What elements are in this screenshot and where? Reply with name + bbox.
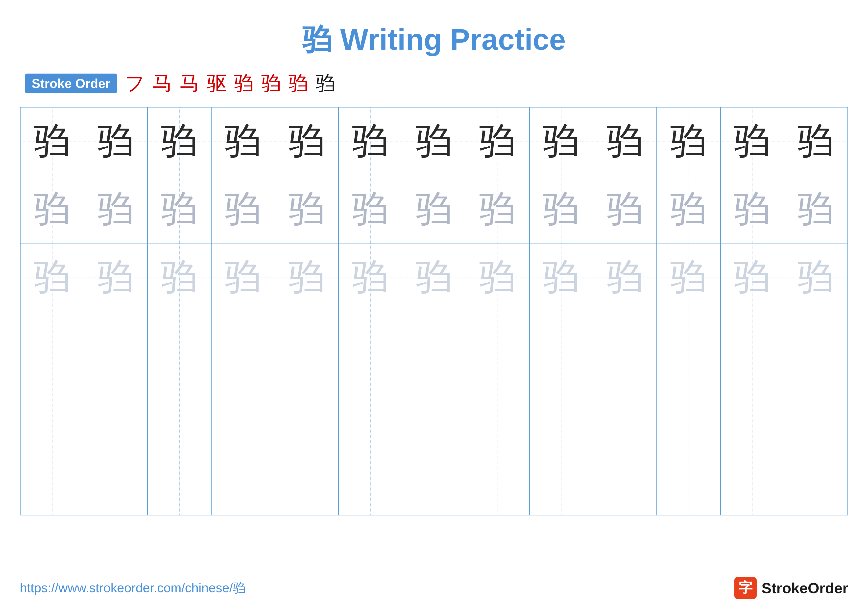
grid-cell[interactable]: [784, 311, 848, 379]
grid-cell[interactable]: [657, 311, 720, 379]
grid-cell[interactable]: [466, 379, 530, 447]
grid-cell[interactable]: 驺: [147, 243, 211, 311]
grid-cell[interactable]: 驺: [84, 107, 147, 175]
grid-cell[interactable]: [84, 379, 147, 447]
grid-cell[interactable]: [530, 311, 593, 379]
grid-cell[interactable]: [721, 447, 784, 515]
grid-cell[interactable]: [784, 447, 848, 515]
grid-cell[interactable]: [466, 447, 530, 515]
grid-cell[interactable]: [721, 379, 784, 447]
grid-cell[interactable]: 驺: [657, 243, 720, 311]
grid-cell[interactable]: 驺: [147, 175, 211, 243]
brand-icon: 字: [735, 577, 756, 599]
grid-cell[interactable]: 驺: [784, 243, 848, 311]
grid-cell[interactable]: [147, 447, 211, 515]
grid-cell[interactable]: 驺: [593, 107, 657, 175]
grid-cell[interactable]: [20, 447, 84, 515]
cell-character: 驺: [543, 117, 580, 166]
grid-cell[interactable]: [657, 447, 720, 515]
grid-cell[interactable]: 驺: [275, 175, 338, 243]
grid-cell[interactable]: 驺: [530, 243, 593, 311]
cell-character: 驺: [98, 184, 134, 234]
grid-cell[interactable]: [402, 379, 466, 447]
cell-character: 驺: [288, 252, 325, 302]
grid-cell[interactable]: 驺: [530, 175, 593, 243]
cell-character: 驺: [797, 184, 834, 234]
grid-cell[interactable]: [402, 447, 466, 515]
grid-cell[interactable]: [593, 311, 657, 379]
grid-cell[interactable]: 驺: [784, 175, 848, 243]
cell-character: 驺: [161, 117, 198, 166]
grid-cell[interactable]: 驺: [593, 175, 657, 243]
grid-cell[interactable]: [784, 379, 848, 447]
grid-cell[interactable]: 驺: [784, 107, 848, 175]
grid-cell[interactable]: [593, 447, 657, 515]
cell-character: 驺: [734, 117, 770, 166]
cell-character: 驺: [607, 184, 643, 234]
grid-cell[interactable]: 驺: [20, 107, 84, 175]
grid-cell[interactable]: [593, 379, 657, 447]
grid-cell[interactable]: 驺: [211, 175, 275, 243]
grid-cell[interactable]: 驺: [402, 175, 466, 243]
stroke-char-3: 驱: [207, 70, 227, 97]
grid-cell[interactable]: [20, 311, 84, 379]
cell-character: 驺: [670, 117, 707, 166]
grid-cell[interactable]: [721, 311, 784, 379]
grid-cell[interactable]: 驺: [721, 243, 784, 311]
grid-cell[interactable]: [338, 379, 402, 447]
grid-cell[interactable]: [275, 447, 338, 515]
grid-cell[interactable]: 驺: [275, 107, 338, 175]
stroke-char-2: 马: [180, 70, 200, 97]
grid-cell[interactable]: [211, 447, 275, 515]
grid-cell[interactable]: [211, 311, 275, 379]
grid-cell[interactable]: [211, 379, 275, 447]
grid-cell[interactable]: 驺: [657, 175, 720, 243]
grid-cell[interactable]: 驺: [147, 107, 211, 175]
cell-character: 驺: [670, 184, 707, 234]
grid-cell[interactable]: 驺: [466, 107, 530, 175]
cell-character: 驺: [225, 117, 261, 166]
stroke-char-4: 驺: [234, 70, 254, 97]
grid-cell[interactable]: [84, 447, 147, 515]
cell-character: 驺: [479, 252, 516, 302]
grid-cell[interactable]: 驺: [593, 243, 657, 311]
grid-cell[interactable]: 驺: [530, 107, 593, 175]
grid-cell[interactable]: [20, 379, 84, 447]
grid-cell[interactable]: [84, 311, 147, 379]
cell-character: 驺: [734, 252, 770, 302]
grid-cell[interactable]: 驺: [402, 107, 466, 175]
grid-cell[interactable]: [657, 379, 720, 447]
grid-cell[interactable]: 驺: [721, 107, 784, 175]
grid-cell[interactable]: 驺: [338, 107, 402, 175]
grid-cell[interactable]: [402, 311, 466, 379]
grid-cell[interactable]: 驺: [20, 243, 84, 311]
grid-cell[interactable]: [147, 311, 211, 379]
cell-character: 驺: [607, 252, 643, 302]
cell-character: 驺: [98, 117, 134, 166]
cell-character: 驺: [670, 252, 707, 302]
grid-cell[interactable]: [147, 379, 211, 447]
grid-cell[interactable]: [338, 447, 402, 515]
grid-cell[interactable]: 驺: [211, 107, 275, 175]
grid-cell[interactable]: 驺: [84, 175, 147, 243]
grid-cell[interactable]: 驺: [275, 243, 338, 311]
grid-cell[interactable]: 驺: [721, 175, 784, 243]
grid-cell[interactable]: [275, 311, 338, 379]
grid-cell[interactable]: [466, 311, 530, 379]
page-title: 驺 Writing Practice: [20, 20, 848, 60]
grid-cell[interactable]: 驺: [466, 175, 530, 243]
grid-cell[interactable]: 驺: [338, 243, 402, 311]
grid-cell[interactable]: 驺: [338, 175, 402, 243]
grid-cell[interactable]: 驺: [20, 175, 84, 243]
grid-cell[interactable]: 驺: [84, 243, 147, 311]
grid-cell[interactable]: 驺: [402, 243, 466, 311]
grid-cell[interactable]: [275, 379, 338, 447]
grid-cell[interactable]: [530, 447, 593, 515]
grid-cell[interactable]: [530, 379, 593, 447]
grid-cell[interactable]: 驺: [466, 243, 530, 311]
grid-cell[interactable]: 驺: [657, 107, 720, 175]
grid-cell[interactable]: 驺: [211, 243, 275, 311]
grid-cell[interactable]: [338, 311, 402, 379]
practice-grid: 驺驺驺驺驺驺驺驺驺驺驺驺驺驺驺驺驺驺驺驺驺驺驺驺驺驺驺驺驺驺驺驺驺驺驺驺驺驺驺: [20, 107, 848, 515]
cell-character: 驺: [288, 117, 325, 166]
